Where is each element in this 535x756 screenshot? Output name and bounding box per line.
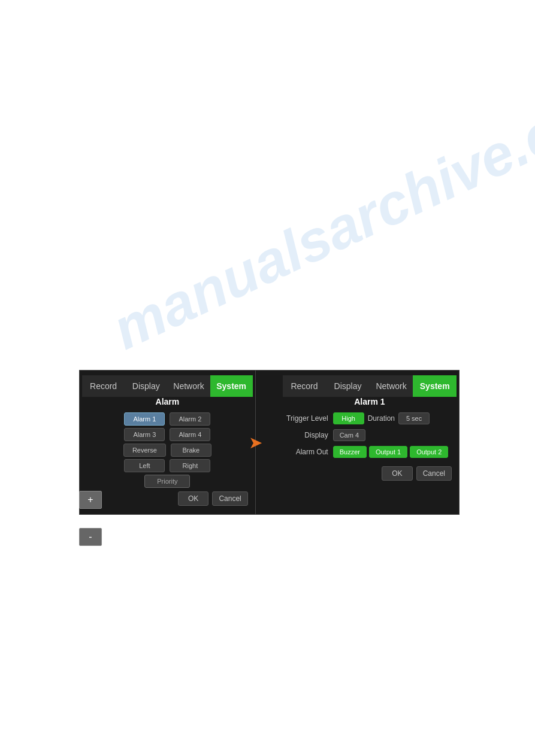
alarm-row-priority: Priority bbox=[144, 475, 190, 488]
alarm-out-label: Alarm Out bbox=[285, 448, 333, 456]
trigger-level-row: Trigger Level High Duration 5 sec bbox=[283, 412, 457, 424]
right-cancel-button[interactable]: Cancel bbox=[416, 466, 452, 481]
duration-value: 5 sec bbox=[398, 412, 430, 424]
right-panel-title: Alarm 1 bbox=[283, 397, 457, 406]
left-tab-bar: Record Display Network System bbox=[82, 375, 253, 397]
right-panel: Record Display Network System Alarm 1 Tr… bbox=[280, 371, 459, 514]
ui-panel: Record Display Network System Alarm Alar… bbox=[79, 370, 460, 515]
alarm-row-3: Reverse Brake bbox=[123, 444, 211, 457]
alarm-grid: Alarm 1 Alarm 2 Alarm 3 Alarm 4 Reverse … bbox=[82, 412, 253, 488]
display-value: Cam 4 bbox=[333, 429, 365, 441]
left-tab-record[interactable]: Record bbox=[82, 375, 125, 397]
left-ok-button[interactable]: OK bbox=[178, 491, 208, 506]
alarm-row-4: Left Right bbox=[124, 459, 210, 472]
alarm-row-1: Alarm 1 Alarm 2 bbox=[124, 412, 210, 426]
left-panel: Record Display Network System Alarm Alar… bbox=[80, 371, 256, 514]
alarm-out-row: Alarm Out Buzzer Output 1 Output 2 bbox=[283, 446, 457, 458]
right-tab-system[interactable]: System bbox=[413, 375, 457, 397]
right-tab-bar: Record Display Network System bbox=[283, 375, 457, 397]
arrow-icon: ➤ bbox=[243, 433, 269, 453]
alarm-btn-3[interactable]: Alarm 3 bbox=[124, 428, 165, 441]
alarm-btn-2[interactable]: Alarm 2 bbox=[170, 412, 210, 426]
watermark: manualsarchive.com bbox=[102, 62, 535, 362]
display-label: Display bbox=[285, 431, 333, 439]
main-container: Record Display Network System Alarm Alar… bbox=[79, 370, 460, 515]
right-bottom-btns: OK Cancel bbox=[283, 463, 457, 484]
alarm-row-2: Alarm 3 Alarm 4 bbox=[124, 428, 210, 441]
right-tab-record[interactable]: Record bbox=[283, 375, 327, 397]
alarm-btn-right[interactable]: Right bbox=[170, 459, 210, 472]
right-tab-display[interactable]: Display bbox=[326, 375, 370, 397]
display-row: Display Cam 4 bbox=[283, 429, 457, 441]
left-cancel-button[interactable]: Cancel bbox=[212, 491, 247, 506]
alarm-btn-reverse[interactable]: Reverse bbox=[123, 444, 166, 457]
alarm-btn-left[interactable]: Left bbox=[124, 459, 165, 472]
alarm-btn-brake[interactable]: Brake bbox=[171, 444, 211, 457]
alarm-out-output1[interactable]: Output 1 bbox=[369, 446, 407, 458]
left-panel-title: Alarm bbox=[82, 397, 253, 406]
alarm-btn-1[interactable]: Alarm 1 bbox=[124, 412, 165, 426]
right-tab-network[interactable]: Network bbox=[370, 375, 413, 397]
panels-row: Record Display Network System Alarm Alar… bbox=[80, 371, 459, 514]
left-tab-system[interactable]: System bbox=[210, 375, 253, 397]
duration-label: Duration bbox=[364, 414, 398, 423]
trigger-level-value: High bbox=[333, 412, 364, 424]
alarm-out-buttons: Buzzer Output 1 Output 2 bbox=[333, 446, 449, 458]
trigger-level-label: Trigger Level bbox=[285, 414, 333, 423]
arrow-section: ➤ bbox=[256, 371, 280, 514]
right-ok-button[interactable]: OK bbox=[382, 466, 412, 481]
left-tab-network[interactable]: Network bbox=[167, 375, 210, 397]
alarm-out-buzzer[interactable]: Buzzer bbox=[333, 446, 367, 458]
left-bottom-btns: OK Cancel bbox=[82, 488, 253, 509]
left-tab-display[interactable]: Display bbox=[125, 375, 167, 397]
zoom-minus-button[interactable]: - bbox=[79, 528, 102, 546]
alarm-out-output2[interactable]: Output 2 bbox=[410, 446, 448, 458]
alarm-btn-4[interactable]: Alarm 4 bbox=[170, 428, 210, 441]
zoom-plus-button[interactable]: + bbox=[79, 491, 102, 509]
priority-button[interactable]: Priority bbox=[144, 475, 190, 488]
